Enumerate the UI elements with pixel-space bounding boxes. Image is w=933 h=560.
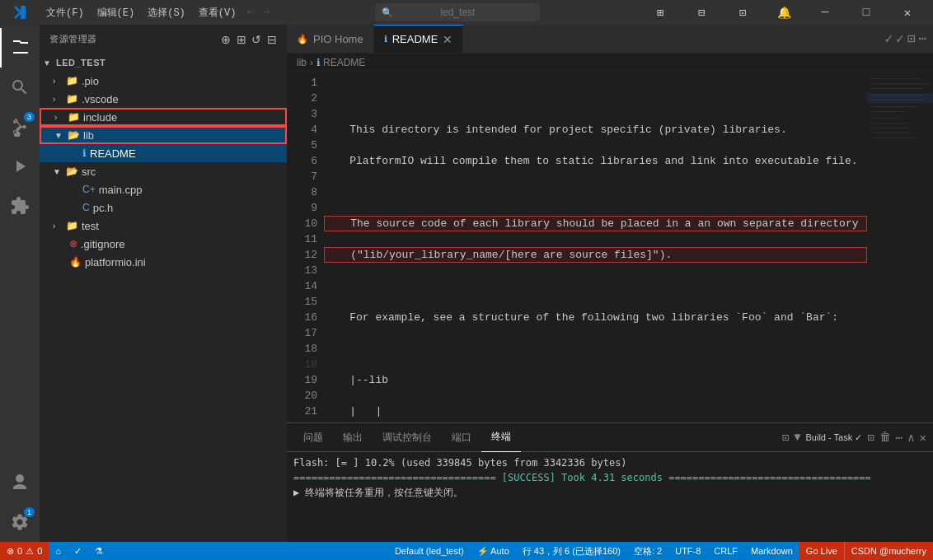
activity-settings[interactable]: 1 [0, 502, 40, 542]
tree-item-lib[interactable]: ▼ 📂 lib [40, 126, 287, 144]
split-icon[interactable]: ⊡ [907, 30, 916, 47]
code-line [324, 278, 867, 294]
breadcrumb-lib[interactable]: lib [297, 57, 307, 68]
tree-item-pio[interactable]: › 📁 .pio [40, 72, 287, 90]
encoding-text: UTF-8 [675, 546, 701, 556]
success-output: ================================== [SUCC… [293, 472, 871, 483]
more-terminal-icon[interactable]: ⋯ [896, 431, 903, 445]
terminal-line: Flash: [= ] 10.2% (used 339845 bytes fro… [293, 455, 926, 470]
status-golive[interactable]: Go Live [799, 542, 844, 560]
close-button[interactable]: ✕ [888, 0, 926, 25]
terminal-tab-issues[interactable]: 问题 [293, 423, 333, 452]
status-spaces[interactable]: 空格: 2 [627, 542, 668, 560]
status-line-col[interactable]: 行 43，列 6 (已选择160) [516, 542, 627, 560]
tab-label: README [392, 33, 438, 45]
terminal-actions[interactable]: ⊡ ▼ Build - Task ✓ ⊡ 🗑 ⋯ ∧ ✕ [782, 431, 926, 445]
menu-nav-forward[interactable]: → [259, 0, 274, 25]
settings-badge: 1 [24, 507, 35, 517]
activity-run[interactable] [0, 147, 40, 186]
status-eol[interactable]: CRLF [707, 542, 744, 560]
menu-select[interactable]: 选择(S) [141, 0, 192, 25]
chevron-up-icon[interactable]: ∧ [907, 431, 914, 445]
tree-item-include[interactable]: › 📁 include [40, 108, 287, 126]
collapse-icon[interactable]: ⊟ [267, 33, 278, 46]
warning-icon: ⚠ [26, 546, 34, 557]
warning-count: 0 [37, 546, 42, 556]
status-csdn[interactable]: CSDN @mucherry [844, 542, 933, 560]
close-terminal-icon[interactable]: ✕ [920, 431, 926, 445]
tree-item-gitignore[interactable]: ⊗ .gitignore [40, 235, 287, 253]
code-line [324, 184, 867, 200]
status-home[interactable]: ⌂ [49, 542, 68, 560]
code-line-highlight: ("lib/your_library_name/[here are source… [324, 247, 867, 263]
status-lang[interactable]: Markdown [744, 542, 799, 560]
menu-nav-back[interactable]: ← [242, 0, 258, 25]
menu-bar[interactable]: 文件(F) 编辑(E) 选择(S) 查看(V) ← → [40, 0, 274, 25]
new-folder-icon[interactable]: ⊞ [237, 33, 247, 46]
tree-item-vscode[interactable]: › 📁 .vscode [40, 90, 287, 108]
line-numbers: 1234 5678 9101112 13141516 171818 192021… [287, 72, 324, 422]
menu-view[interactable]: 查看(V) [192, 0, 243, 25]
maximize-button[interactable]: □ [847, 0, 885, 25]
tree-item-src[interactable]: ▼ 📂 src [40, 162, 287, 180]
tab-readme[interactable]: ℹ README ✕ [374, 25, 464, 53]
task-label: Build - Task ✓ [806, 432, 863, 443]
terminal-tab-terminal[interactable]: 终端 [481, 423, 521, 452]
window-controls[interactable]: ⊞ ⊟ ⊡ 🔔 ─ □ ✕ [641, 0, 933, 25]
refresh-icon[interactable]: ↺ [251, 33, 262, 46]
titlebar-search[interactable] [375, 3, 540, 21]
split-terminal-icon[interactable]: ⊡ [782, 431, 789, 445]
code-line [324, 91, 867, 106]
new-file-icon[interactable]: ⊕ [221, 33, 232, 46]
tree-project-root[interactable]: ▼ LED_TEST [40, 54, 287, 72]
folder-icon: 📁 [66, 75, 78, 86]
tab-bar: 🔥 PIO Home ℹ README ✕ ✓ ✓ ⊡ ⋯ [287, 25, 933, 54]
check-icon: ✓ [884, 30, 893, 47]
status-errors[interactable]: ⊗ 0 ⚠ 0 [0, 542, 49, 560]
tree-item-readme[interactable]: ℹ README [40, 144, 287, 162]
tree-item-platformio[interactable]: 🔥 platformio.ini [40, 253, 287, 271]
activity-source-control[interactable]: 3 [0, 107, 40, 147]
tree-label: main.cpp [99, 184, 143, 196]
status-flask[interactable]: ⚗ [88, 542, 110, 560]
terminal-icon-2[interactable]: ⊡ [867, 431, 874, 445]
svg-rect-14 [867, 93, 933, 103]
activity-explorer[interactable] [0, 28, 40, 68]
terminal-tab-output[interactable]: 输出 [333, 423, 373, 452]
main-layout: 3 1 资源管理器 ⊕ [0, 25, 933, 542]
minimize-button[interactable]: ─ [806, 0, 844, 25]
status-check[interactable]: ✓ [68, 542, 88, 560]
spaces-text: 空格: 2 [634, 545, 662, 558]
activity-extensions[interactable] [0, 186, 40, 226]
svg-rect-9 [871, 118, 900, 119]
minimap [867, 72, 933, 422]
svg-rect-7 [871, 106, 917, 107]
lang-text: Markdown [751, 546, 793, 556]
activity-accounts[interactable] [0, 463, 40, 502]
tree-item-pch[interactable]: C pc.h [40, 198, 287, 217]
status-default[interactable]: Default (led_test) [388, 542, 471, 560]
terminal-tab-port[interactable]: 端口 [442, 423, 481, 452]
menu-edit[interactable]: 编辑(E) [91, 0, 142, 25]
tab-bar-actions[interactable]: ✓ ✓ ⊡ ⋯ [884, 25, 933, 53]
activity-search[interactable] [0, 68, 40, 107]
code-editor[interactable]: 1234 5678 9101112 13141516 171818 192021… [287, 72, 867, 422]
tab-pio-home[interactable]: 🔥 PIO Home [287, 25, 374, 53]
more-icon[interactable]: ⋯ [918, 30, 926, 47]
terminal-content[interactable]: Flash: [= ] 10.2% (used 339845 bytes fro… [287, 452, 933, 542]
tree-item-maincpp[interactable]: C+ main.cpp [40, 180, 287, 198]
svg-rect-3 [871, 83, 929, 84]
status-encoding[interactable]: UTF-8 [668, 542, 707, 560]
trash-icon[interactable]: 🗑 [879, 431, 891, 444]
tab-close-button[interactable]: ✕ [443, 33, 452, 46]
terminal-tab-debug[interactable]: 调试控制台 [373, 423, 442, 452]
status-auto[interactable]: ⚡ Auto [471, 542, 516, 560]
platformio-icon: 🔥 [69, 256, 82, 268]
activity-bar: 3 1 [0, 25, 40, 542]
terminal-dropdown-icon[interactable]: ▼ [794, 431, 800, 444]
breadcrumb-readme[interactable]: README [323, 57, 365, 68]
menu-file[interactable]: 文件(F) [40, 0, 91, 25]
sidebar-actions[interactable]: ⊕ ⊞ ↺ ⊟ [221, 33, 277, 46]
error-icon: ⊗ [7, 546, 14, 557]
tree-item-test[interactable]: › 📁 test [40, 217, 287, 235]
